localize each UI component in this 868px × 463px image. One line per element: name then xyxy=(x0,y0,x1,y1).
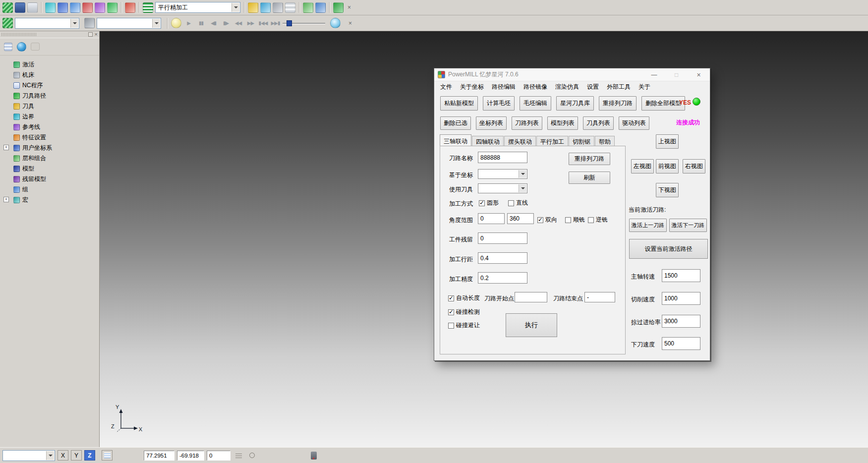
statusbar-combobox[interactable] xyxy=(2,450,55,461)
screen-capture-icon[interactable] xyxy=(308,450,319,461)
draw-blue-icon[interactable] xyxy=(70,2,80,13)
tool-select-icon[interactable] xyxy=(84,18,95,28)
minimize-icon[interactable]: — xyxy=(643,68,665,81)
tolerance-input[interactable] xyxy=(478,272,527,284)
bidirectional-option[interactable]: 双向 xyxy=(537,216,557,224)
model-icon[interactable] xyxy=(58,2,68,13)
mode-line-option[interactable]: 直线 xyxy=(508,199,528,207)
workplane-list-button[interactable]: 坐标列表 xyxy=(476,116,507,130)
tree-item-stock-models[interactable]: 残留模型 xyxy=(0,174,99,183)
axis-z-button[interactable]: Z xyxy=(84,450,95,461)
strategy-lines-icon[interactable] xyxy=(143,2,153,13)
dialog-titlebar[interactable]: PowerMILL 忆梦星河 7.0.6 — □ × xyxy=(434,68,710,81)
toolpath-list-icon[interactable] xyxy=(2,18,13,28)
tree-item-levels-sets[interactable]: 层和组合 xyxy=(0,154,99,163)
menu-file[interactable]: 文件 xyxy=(436,83,456,91)
tree-item-nc-programs[interactable]: NC程序 xyxy=(0,81,99,90)
menu-path-edit[interactable]: 路径编辑 xyxy=(488,83,520,91)
pattern-icon[interactable] xyxy=(95,2,105,13)
calc-block-button[interactable]: 计算毛坯 xyxy=(483,96,515,111)
print-icon[interactable] xyxy=(27,2,38,13)
coordinate-x-field[interactable] xyxy=(144,451,174,461)
explorer-dock-header[interactable]: × xyxy=(0,31,99,38)
fast-forward-icon[interactable]: ▶▶ xyxy=(245,18,256,28)
chevron-down-icon[interactable] xyxy=(46,451,54,460)
stepover-input[interactable] xyxy=(478,252,527,264)
tree-item-toolpaths[interactable]: 刀具路径 xyxy=(0,91,99,100)
chevron-down-icon[interactable] xyxy=(231,3,239,12)
stock-remain-input[interactable] xyxy=(478,232,527,244)
play-icon[interactable]: ▶ xyxy=(183,18,194,28)
auto-length-checkbox[interactable] xyxy=(448,295,454,301)
model-list-button[interactable]: 模型列表 xyxy=(547,116,578,130)
tool-combobox[interactable] xyxy=(97,18,161,29)
collision-check-checkbox[interactable] xyxy=(448,309,454,315)
menu-render-sim[interactable]: 渲染仿真 xyxy=(551,83,583,91)
step-back-icon[interactable]: ◀▮ xyxy=(208,18,219,28)
delete-all-models-button[interactable]: 删除全部模型 xyxy=(641,96,685,111)
menu-workplane[interactable]: 关于坐标 xyxy=(456,83,488,91)
tab-3axis[interactable]: 三轴联动 xyxy=(440,134,471,146)
menu-settings[interactable]: 设置 xyxy=(583,83,603,91)
collision-avoid-checkbox[interactable] xyxy=(448,323,454,329)
tree-item-machine[interactable]: 机床 xyxy=(0,70,99,79)
tree-item-workplanes[interactable]: + 用户坐标系 xyxy=(0,143,99,152)
refresh-button[interactable]: 刷新 xyxy=(569,172,610,184)
menu-about[interactable]: 关于 xyxy=(635,83,654,91)
angle-end-input[interactable] xyxy=(507,213,534,224)
workplane-icon[interactable] xyxy=(45,2,56,13)
skim-feed-input[interactable] xyxy=(662,315,700,328)
auto-length-option[interactable]: 自动长度 xyxy=(448,294,480,302)
tab-4axis[interactable]: 四轴联动 xyxy=(472,136,504,146)
tree-item-models[interactable]: 模型 xyxy=(0,164,99,173)
go-start-icon[interactable]: ▮◀◀ xyxy=(258,18,268,28)
tree-item-groups[interactable]: 组 xyxy=(0,185,99,194)
chevron-down-icon[interactable] xyxy=(152,19,160,28)
view-left-button[interactable]: 左视图 xyxy=(631,159,654,174)
explorer-close-button[interactable]: × xyxy=(95,32,98,37)
start-point-input[interactable] xyxy=(515,292,547,302)
view-front-button[interactable]: 前视图 xyxy=(656,159,679,174)
plunge-feed-input[interactable] xyxy=(662,337,700,350)
tool-yellow-icon[interactable] xyxy=(248,2,258,13)
powermill-logo-icon[interactable] xyxy=(2,2,13,13)
tree-item-patterns[interactable]: 参考线 xyxy=(0,122,99,131)
axis-x-button[interactable]: X xyxy=(58,450,68,461)
chevron-down-icon[interactable] xyxy=(70,19,78,28)
chart-icon[interactable] xyxy=(260,2,271,13)
toolbar-close-icon[interactable]: × xyxy=(347,20,354,27)
climb-checkbox[interactable] xyxy=(565,217,571,223)
close-icon[interactable]: × xyxy=(688,68,710,81)
delete-selected-button[interactable]: 删除已选 xyxy=(440,116,471,130)
rewind-icon[interactable]: ◀◀ xyxy=(233,18,243,28)
gauge-icon[interactable] xyxy=(273,2,283,13)
conventional-checkbox[interactable] xyxy=(588,217,594,223)
angle-start-input[interactable] xyxy=(478,213,505,224)
dock-grip[interactable] xyxy=(1,33,36,36)
go-end-icon[interactable]: ▶▶▮ xyxy=(270,18,281,28)
simulate-icon[interactable] xyxy=(333,2,344,13)
conventional-option[interactable]: 逆铣 xyxy=(588,216,608,224)
tab-saw[interactable]: 切割锯 xyxy=(569,136,594,146)
bidirectional-checkbox[interactable] xyxy=(537,217,543,223)
toolbar-close-icon[interactable]: × xyxy=(346,4,353,11)
view-top-button[interactable]: 上视图 xyxy=(656,134,679,149)
tool-list-button[interactable]: 刀具列表 xyxy=(583,116,614,130)
save-icon[interactable] xyxy=(15,2,25,13)
spindle-speed-input[interactable] xyxy=(662,269,700,282)
chevron-down-icon[interactable] xyxy=(519,170,526,178)
set-active-path-button[interactable]: 设置当前激活路径 xyxy=(629,239,708,259)
circle-checkbox[interactable] xyxy=(479,200,485,206)
execute-button[interactable]: 执行 xyxy=(506,313,557,337)
expander-icon[interactable]: + xyxy=(3,197,9,202)
tree-item-feature-sets[interactable]: 特征设置 xyxy=(0,133,99,142)
chevron-down-icon[interactable] xyxy=(519,184,526,192)
maximize-icon[interactable]: □ xyxy=(665,68,688,81)
toolpath-combobox[interactable] xyxy=(15,18,79,29)
simulation-speed-slider[interactable] xyxy=(283,19,325,28)
cursor-tracking-icon[interactable] xyxy=(246,450,257,461)
grid-toggle-button[interactable] xyxy=(102,450,113,461)
line-checkbox[interactable] xyxy=(508,200,514,206)
tree-item-activate[interactable]: 激活 xyxy=(0,60,99,69)
ghost-icon[interactable] xyxy=(31,43,40,51)
